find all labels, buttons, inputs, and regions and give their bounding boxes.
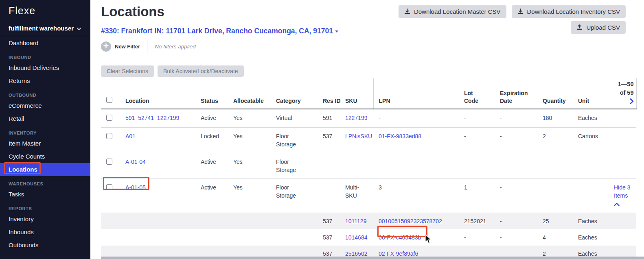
locations-table: Location Status Allocatable Category Res… xyxy=(101,78,637,259)
hide-items-link[interactable]: Hide 3 Items xyxy=(614,183,636,200)
next-page-icon[interactable] xyxy=(614,98,634,107)
sidebar-section-inbound: INBOUND xyxy=(0,53,90,61)
table-row: 591_52741_1227199 Active Yes Virtual 591… xyxy=(101,109,636,128)
sidebar-item-dashboard[interactable]: Dashboard xyxy=(0,37,90,50)
sidebar-section-warehouses: WAREHOUSES xyxy=(0,180,90,188)
download-location-inventory-csv-button[interactable]: Download Location Inventory CSV xyxy=(512,5,626,18)
sidebar-item-inbound-deliveries[interactable]: Inbound Deliveries xyxy=(0,61,90,74)
download-icon xyxy=(404,8,410,15)
cell-allocatable: Yes xyxy=(228,179,271,213)
clear-selections-button[interactable]: Clear Selections xyxy=(101,65,154,77)
cell-allocatable: Yes xyxy=(228,128,271,153)
new-filter-label: New Filter xyxy=(115,44,140,50)
sidebar-item-tasks[interactable]: Tasks xyxy=(0,188,90,201)
column-header-expiration-date: Expiration Date xyxy=(495,78,537,109)
row-checkbox[interactable] xyxy=(106,133,112,139)
cell-status: Locked xyxy=(195,128,228,153)
location-link[interactable]: A-01-05 xyxy=(125,184,146,191)
location-link[interactable]: 591_52741_1227199 xyxy=(125,115,179,121)
sidebar-item-inbounds-report[interactable]: Inbounds xyxy=(0,226,90,239)
sku-link[interactable]: 2516502 xyxy=(345,250,368,257)
csv-buttons: Download Location Master CSV Download Lo… xyxy=(399,5,626,18)
cell-allocatable: Yes xyxy=(228,109,271,128)
lpn-link[interactable]: 02-FX-9ef89af6 xyxy=(379,250,418,257)
column-header-location: Location xyxy=(120,78,195,109)
cell-lot-code: 2152021 xyxy=(459,213,495,230)
lpn-link[interactable]: 01-FX-9833ed88 xyxy=(379,133,421,139)
bulk-actions: Clear Selections Bulk Activate/Lock/Deac… xyxy=(101,65,244,77)
lpn-subrow: 537 1011129 00100515092323578702 2152021… xyxy=(101,213,636,230)
page-title: Locations xyxy=(101,4,164,20)
row-checkbox[interactable] xyxy=(106,159,112,165)
bulk-activate-lock-deactivate-button[interactable]: Bulk Activate/Lock/Deactivate xyxy=(158,65,244,77)
cell-res-id xyxy=(318,179,340,213)
sidebar-item-item-master[interactable]: Item Master xyxy=(0,137,90,150)
sidebar-item-ecommerce[interactable]: eCommerce xyxy=(0,99,90,112)
new-filter-button[interactable] xyxy=(101,41,111,52)
download-master-label: Download Location Master CSV xyxy=(414,8,501,15)
row-checkbox[interactable] xyxy=(106,115,112,121)
cell-sku: Multi-SKU xyxy=(340,179,373,213)
warehouse-selector[interactable]: #330: Frankfort IN: 11701 Lark Drive, Ra… xyxy=(101,27,338,35)
sidebar-section-inventory: INVENTORY xyxy=(0,129,90,137)
sidebar-section-outbound: OUTBOUND xyxy=(0,91,90,99)
sidebar-nav: Dashboard INBOUND Inbound Deliveries Ret… xyxy=(0,36,90,252)
download-inventory-label: Download Location Inventory CSV xyxy=(527,8,620,15)
upload-icon xyxy=(576,24,583,31)
cell-unit: Eaches xyxy=(573,229,609,246)
column-header-category: Category xyxy=(271,78,318,109)
chevron-down-icon xyxy=(77,24,81,33)
column-header-quantity: Quantity xyxy=(537,78,573,109)
column-header-sku: SKU xyxy=(340,78,373,109)
table-row: A01 Locked Yes Floor Storage 537 LPNisSK… xyxy=(101,128,636,153)
select-all-checkbox[interactable] xyxy=(106,97,112,103)
download-location-master-csv-button[interactable]: Download Location Master CSV xyxy=(399,5,506,18)
cell-lot-code: - xyxy=(459,229,495,246)
cell-allocatable: Yes xyxy=(228,153,271,179)
sidebar-header: Flexe fulfillment warehouser xyxy=(0,0,90,36)
sidebar-item-outbounds-report[interactable]: Outbounds xyxy=(0,239,90,252)
pagination-range: 1—50 xyxy=(614,80,634,89)
cell-lpn-count: 3 xyxy=(373,179,459,213)
cell-quantity xyxy=(537,179,573,213)
cell-unit: Eaches xyxy=(573,109,609,128)
cell-lot-code: - xyxy=(459,128,495,153)
horizontal-scrollbar[interactable] xyxy=(101,257,644,259)
sku-link[interactable]: 1014684 xyxy=(345,234,368,241)
column-header-status: Status xyxy=(195,78,228,109)
cell-quantity: 4 xyxy=(537,229,573,246)
cell-status: Active xyxy=(195,179,228,213)
sidebar-item-locations[interactable]: Locations xyxy=(0,163,90,176)
column-header-allocatable: Allocatable xyxy=(228,78,271,109)
lpn-subrow: 537 1014684 06-FX-c465483b - - 4 Eaches xyxy=(101,229,636,246)
location-link[interactable]: A01 xyxy=(125,133,136,139)
cell-expiration-date: - xyxy=(495,229,537,246)
cell-unit xyxy=(573,179,609,213)
main-content: Locations #330: Frankfort IN: 11701 Lark… xyxy=(90,0,644,259)
account-switcher[interactable]: fulfillment warehouser xyxy=(0,24,90,33)
cell-lot-code: 1 xyxy=(459,179,495,213)
sidebar-item-retail[interactable]: Retail xyxy=(0,112,90,125)
filters-applied-status: No filters applied xyxy=(155,44,196,50)
sku-link[interactable]: LPNisSKU xyxy=(345,133,372,139)
row-checkbox[interactable] xyxy=(106,184,112,190)
pagination: 1—50 of 59 xyxy=(609,78,636,109)
chevron-up-icon[interactable] xyxy=(614,200,636,208)
table-row-highlighted: A-01-05 Active Yes Floor Storage Multi-S… xyxy=(101,179,636,213)
sku-link[interactable]: 1227199 xyxy=(345,115,368,121)
cell-unit: Eaches xyxy=(573,213,609,230)
download-icon xyxy=(517,8,524,15)
location-link[interactable]: A-01-04 xyxy=(125,159,146,165)
column-header-lot-code: Lot Code xyxy=(459,78,495,109)
upload-csv-button[interactable]: Upload CSV xyxy=(571,21,626,34)
lpn-link[interactable]: 00100515092323578702 xyxy=(379,218,442,224)
sidebar-item-inventory-report[interactable]: Inventory xyxy=(0,213,90,226)
sku-link[interactable]: 1011129 xyxy=(345,218,366,224)
filter-bar: New Filter No filters applied xyxy=(101,41,196,52)
cell-category: Floor Storage xyxy=(271,128,318,153)
sidebar-item-returns[interactable]: Returns xyxy=(0,74,90,87)
lpn-link-highlighted[interactable]: 06-FX-c465483b xyxy=(379,234,421,241)
cell-res-id: 591 xyxy=(318,109,340,128)
sidebar-item-cycle-counts[interactable]: Cycle Counts xyxy=(0,150,90,163)
sidebar: Flexe fulfillment warehouser Dashboard I… xyxy=(0,0,90,259)
